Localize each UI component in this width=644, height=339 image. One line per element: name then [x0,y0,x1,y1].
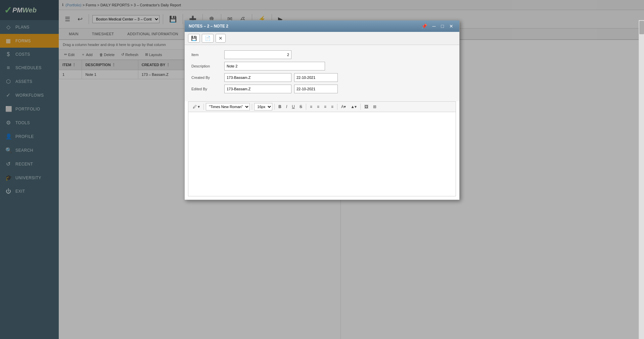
editor-content[interactable] [188,112,456,196]
modal-dialog: NOTES – 2 – NOTE 2 📌 ─ □ ✕ 💾 📄 ✕ [184,40,460,200]
strikethrough-button[interactable]: S [298,103,304,110]
align-right-button[interactable]: ≡ [322,103,328,110]
editor-container: 🖊 ▾ "Times New Roman" 16px B I U [188,101,456,196]
edited-by-label: Edited By [191,87,222,91]
modal-toolbar: 💾 📄 ✕ [185,40,459,45]
toolbar-sep-1 [203,104,204,110]
underline-button[interactable]: U [290,103,296,110]
modal-save-button[interactable]: 💾 [188,40,200,43]
bold-button[interactable]: B [277,103,283,110]
size-select[interactable]: 16px [254,103,272,110]
modal-form: Item Description Created By Edited By [185,45,459,101]
toolbar-sep-5 [337,104,337,110]
created-by-input[interactable] [224,73,291,82]
form-row-description: Description [191,62,453,70]
form-row-edited-by: Edited By [191,85,453,93]
modal-export-button[interactable]: 📄 [202,40,214,43]
description-input[interactable] [224,62,325,70]
justify-button[interactable]: ≡ [329,103,335,110]
description-label: Description [191,64,222,68]
toolbar-sep-3 [274,104,275,110]
form-row-item: Item [191,50,453,59]
content-area: Drag a column header and drop it here to… [59,40,644,339]
modal-overlay: NOTES – 2 – NOTE 2 📌 ─ □ ✕ 💾 📄 ✕ [59,40,644,339]
item-input[interactable] [224,50,291,59]
align-left-button[interactable]: ≡ [308,103,314,110]
created-date-input[interactable] [294,73,338,82]
font-color-button[interactable]: A▾ [339,103,348,110]
highlight-button[interactable]: ▲▾ [349,103,358,110]
toolbar-sep-4 [306,104,306,110]
created-by-label: Created By [191,76,222,80]
italic-button[interactable]: I [284,103,289,110]
insert-table-button[interactable]: ⊞ [371,103,378,110]
item-label: Item [191,53,222,57]
toolbar-sep-2 [252,104,252,110]
modal-cancel-button[interactable]: ✕ [216,40,226,43]
font-select[interactable]: "Times New Roman" [206,103,250,110]
editor-toolbar: 🖊 ▾ "Times New Roman" 16px B I U [188,102,456,112]
align-center-button[interactable]: ≡ [315,103,321,110]
insert-image-button[interactable]: 🖼 [363,103,370,110]
main-content: ℹ (Portfolio) > Forms > DAILY REPORTS > … [59,0,644,339]
edited-date-input[interactable] [294,85,338,93]
form-row-created-by: Created By [191,73,453,82]
editor-styles-button[interactable]: 🖊 ▾ [191,103,201,110]
edited-by-input[interactable] [224,85,291,93]
toolbar-sep-6 [360,104,361,110]
modal-scrollbar[interactable] [639,40,644,339]
